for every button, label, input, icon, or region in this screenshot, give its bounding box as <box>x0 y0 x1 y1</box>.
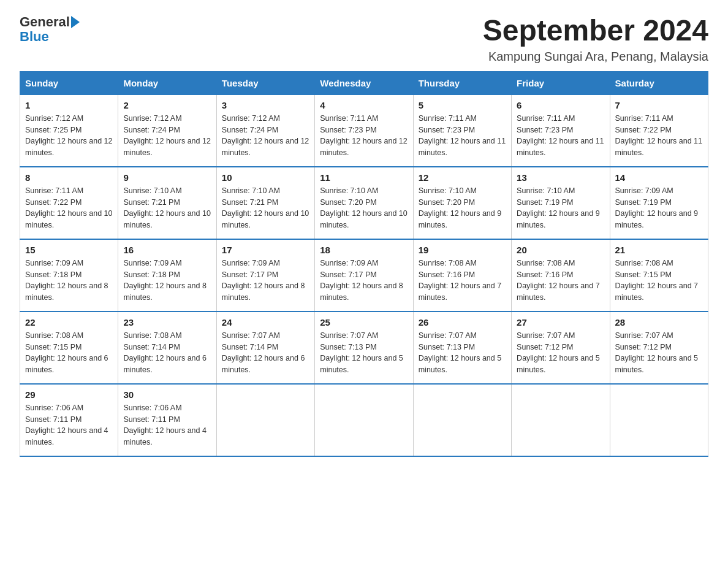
day-info: Sunrise: 7:11 AM Sunset: 7:23 PM Dayligh… <box>419 113 506 159</box>
day-info: Sunrise: 7:06 AM Sunset: 7:11 PM Dayligh… <box>25 402 113 448</box>
header-wednesday: Wednesday <box>315 71 413 94</box>
day-number: 11 <box>320 172 408 183</box>
calendar-day-cell: 20 Sunrise: 7:08 AM Sunset: 7:16 PM Dayl… <box>512 239 610 312</box>
calendar-header-row: Sunday Monday Tuesday Wednesday Thursday… <box>20 71 708 94</box>
day-number: 12 <box>419 172 506 183</box>
day-info: Sunrise: 7:11 AM Sunset: 7:23 PM Dayligh… <box>320 113 408 159</box>
day-info: Sunrise: 7:07 AM Sunset: 7:13 PM Dayligh… <box>320 330 408 376</box>
day-info: Sunrise: 7:09 AM Sunset: 7:19 PM Dayligh… <box>615 185 703 231</box>
day-info: Sunrise: 7:10 AM Sunset: 7:20 PM Dayligh… <box>320 185 408 231</box>
day-number: 7 <box>615 100 703 110</box>
day-info: Sunrise: 7:08 AM Sunset: 7:16 PM Dayligh… <box>517 258 604 304</box>
calendar-day-cell: 24 Sunrise: 7:07 AM Sunset: 7:14 PM Dayl… <box>216 312 314 384</box>
calendar-title: September 2024 <box>483 15 708 47</box>
calendar-day-cell: 22 Sunrise: 7:08 AM Sunset: 7:15 PM Dayl… <box>20 312 118 384</box>
day-number: 10 <box>222 172 309 183</box>
day-number: 15 <box>25 245 113 255</box>
day-number: 8 <box>25 172 113 183</box>
day-info: Sunrise: 7:08 AM Sunset: 7:15 PM Dayligh… <box>25 330 113 376</box>
day-number: 2 <box>123 100 211 110</box>
calendar-day-cell: 28 Sunrise: 7:07 AM Sunset: 7:12 PM Dayl… <box>610 312 708 384</box>
calendar-day-cell: 12 Sunrise: 7:10 AM Sunset: 7:20 PM Dayl… <box>413 167 511 239</box>
day-number: 9 <box>123 172 211 183</box>
header-saturday: Saturday <box>610 71 708 94</box>
header-sunday: Sunday <box>20 71 118 94</box>
day-info: Sunrise: 7:08 AM Sunset: 7:15 PM Dayligh… <box>615 258 703 304</box>
day-number: 18 <box>320 245 408 255</box>
day-info: Sunrise: 7:12 AM Sunset: 7:24 PM Dayligh… <box>123 113 211 159</box>
day-number: 13 <box>517 172 604 183</box>
calendar-day-cell: 14 Sunrise: 7:09 AM Sunset: 7:19 PM Dayl… <box>610 167 708 239</box>
calendar-day-cell <box>315 384 413 456</box>
calendar-day-cell: 17 Sunrise: 7:09 AM Sunset: 7:17 PM Dayl… <box>216 239 314 312</box>
calendar-day-cell: 5 Sunrise: 7:11 AM Sunset: 7:23 PM Dayli… <box>413 94 511 167</box>
day-info: Sunrise: 7:10 AM Sunset: 7:21 PM Dayligh… <box>222 185 309 231</box>
header-friday: Friday <box>512 71 610 94</box>
calendar-day-cell: 29 Sunrise: 7:06 AM Sunset: 7:11 PM Dayl… <box>20 384 118 456</box>
day-number: 24 <box>222 317 309 327</box>
calendar-day-cell: 3 Sunrise: 7:12 AM Sunset: 7:24 PM Dayli… <box>216 94 314 167</box>
calendar-day-cell: 16 Sunrise: 7:09 AM Sunset: 7:18 PM Dayl… <box>118 239 216 312</box>
logo-general: General <box>20 15 70 29</box>
day-number: 17 <box>222 245 309 255</box>
day-info: Sunrise: 7:11 AM Sunset: 7:22 PM Dayligh… <box>25 185 113 231</box>
calendar-day-cell <box>216 384 314 456</box>
calendar-day-cell: 15 Sunrise: 7:09 AM Sunset: 7:18 PM Dayl… <box>20 239 118 312</box>
day-number: 6 <box>517 100 604 110</box>
day-info: Sunrise: 7:10 AM Sunset: 7:20 PM Dayligh… <box>419 185 506 231</box>
day-info: Sunrise: 7:07 AM Sunset: 7:12 PM Dayligh… <box>517 330 604 376</box>
logo: General Blue <box>20 15 80 44</box>
day-number: 16 <box>123 245 211 255</box>
day-number: 26 <box>419 317 506 327</box>
day-info: Sunrise: 7:12 AM Sunset: 7:24 PM Dayligh… <box>222 113 309 159</box>
calendar-week-row: 22 Sunrise: 7:08 AM Sunset: 7:15 PM Dayl… <box>20 312 708 384</box>
calendar-day-cell: 19 Sunrise: 7:08 AM Sunset: 7:16 PM Dayl… <box>413 239 511 312</box>
header-monday: Monday <box>118 71 216 94</box>
calendar-day-cell: 6 Sunrise: 7:11 AM Sunset: 7:23 PM Dayli… <box>512 94 610 167</box>
calendar-day-cell: 26 Sunrise: 7:07 AM Sunset: 7:13 PM Dayl… <box>413 312 511 384</box>
calendar-week-row: 15 Sunrise: 7:09 AM Sunset: 7:18 PM Dayl… <box>20 239 708 312</box>
calendar-day-cell: 10 Sunrise: 7:10 AM Sunset: 7:21 PM Dayl… <box>216 167 314 239</box>
calendar-title-area: September 2024 Kampung Sungai Ara, Penan… <box>483 15 708 64</box>
day-info: Sunrise: 7:09 AM Sunset: 7:18 PM Dayligh… <box>123 258 211 304</box>
calendar-day-cell: 8 Sunrise: 7:11 AM Sunset: 7:22 PM Dayli… <box>20 167 118 239</box>
day-number: 23 <box>123 317 211 327</box>
day-number: 3 <box>222 100 309 110</box>
day-info: Sunrise: 7:08 AM Sunset: 7:16 PM Dayligh… <box>419 258 506 304</box>
day-number: 5 <box>419 100 506 110</box>
day-info: Sunrise: 7:11 AM Sunset: 7:22 PM Dayligh… <box>615 113 703 159</box>
calendar-day-cell: 7 Sunrise: 7:11 AM Sunset: 7:22 PM Dayli… <box>610 94 708 167</box>
day-number: 30 <box>123 389 211 400</box>
calendar-day-cell: 13 Sunrise: 7:10 AM Sunset: 7:19 PM Dayl… <box>512 167 610 239</box>
day-number: 4 <box>320 100 408 110</box>
day-info: Sunrise: 7:07 AM Sunset: 7:12 PM Dayligh… <box>615 330 703 376</box>
calendar-day-cell <box>610 384 708 456</box>
logo-blue: Blue <box>20 29 49 44</box>
page-header: General Blue September 2024 Kampung Sung… <box>20 15 708 64</box>
day-info: Sunrise: 7:09 AM Sunset: 7:17 PM Dayligh… <box>320 258 408 304</box>
calendar-day-cell: 11 Sunrise: 7:10 AM Sunset: 7:20 PM Dayl… <box>315 167 413 239</box>
calendar-table: Sunday Monday Tuesday Wednesday Thursday… <box>20 71 708 457</box>
calendar-day-cell: 1 Sunrise: 7:12 AM Sunset: 7:25 PM Dayli… <box>20 94 118 167</box>
header-tuesday: Tuesday <box>216 71 314 94</box>
calendar-day-cell: 2 Sunrise: 7:12 AM Sunset: 7:24 PM Dayli… <box>118 94 216 167</box>
day-number: 27 <box>517 317 604 327</box>
calendar-day-cell: 18 Sunrise: 7:09 AM Sunset: 7:17 PM Dayl… <box>315 239 413 312</box>
day-number: 28 <box>615 317 703 327</box>
day-info: Sunrise: 7:07 AM Sunset: 7:13 PM Dayligh… <box>419 330 506 376</box>
day-number: 22 <box>25 317 113 327</box>
day-info: Sunrise: 7:09 AM Sunset: 7:17 PM Dayligh… <box>222 258 309 304</box>
day-number: 20 <box>517 245 604 255</box>
calendar-day-cell <box>512 384 610 456</box>
calendar-day-cell: 21 Sunrise: 7:08 AM Sunset: 7:15 PM Dayl… <box>610 239 708 312</box>
calendar-day-cell: 27 Sunrise: 7:07 AM Sunset: 7:12 PM Dayl… <box>512 312 610 384</box>
day-number: 25 <box>320 317 408 327</box>
calendar-week-row: 29 Sunrise: 7:06 AM Sunset: 7:11 PM Dayl… <box>20 384 708 456</box>
calendar-week-row: 1 Sunrise: 7:12 AM Sunset: 7:25 PM Dayli… <box>20 94 708 167</box>
calendar-day-cell <box>413 384 511 456</box>
day-info: Sunrise: 7:10 AM Sunset: 7:19 PM Dayligh… <box>517 185 604 231</box>
logo-triangle-icon <box>71 16 80 28</box>
day-info: Sunrise: 7:11 AM Sunset: 7:23 PM Dayligh… <box>517 113 604 159</box>
calendar-day-cell: 9 Sunrise: 7:10 AM Sunset: 7:21 PM Dayli… <box>118 167 216 239</box>
day-info: Sunrise: 7:12 AM Sunset: 7:25 PM Dayligh… <box>25 113 113 159</box>
